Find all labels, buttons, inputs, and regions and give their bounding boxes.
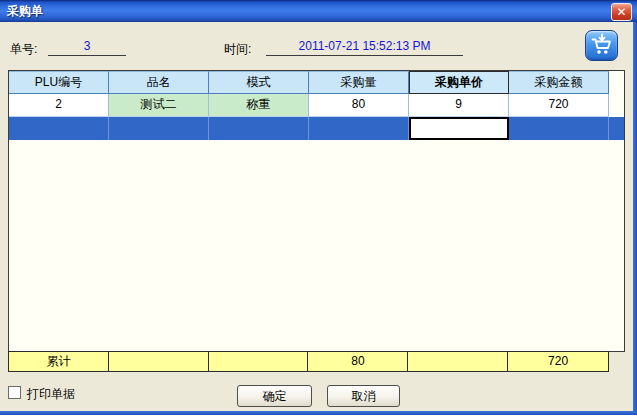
total-label: 累计 [9, 352, 109, 371]
selected-cell-plu [9, 117, 109, 140]
cell-mode[interactable]: 称重 [209, 94, 309, 117]
window-border-right [633, 22, 637, 415]
close-button[interactable]: ✕ [611, 3, 632, 21]
grid-header-row: PLU编号 品名 模式 采购量 采购单价 采购金额 [9, 71, 624, 94]
total-qty: 80 [308, 352, 408, 371]
time-field: 2011-07-21 15:52:13 PM [266, 39, 463, 56]
time-label: 时间: [224, 41, 251, 58]
table-row: 2 测试二 称重 80 9 720 [9, 94, 624, 117]
order-no-label: 单号: [10, 41, 37, 58]
close-icon: ✕ [616, 6, 626, 18]
selected-cell-name [109, 117, 209, 140]
print-receipt-checkbox[interactable] [8, 386, 21, 399]
cell-unit-price[interactable]: 9 [409, 94, 509, 117]
purchase-grid: PLU编号 品名 模式 采购量 采购单价 采购金额 2 测试二 称重 80 9 … [8, 70, 625, 352]
column-header-mode[interactable]: 模式 [209, 71, 309, 94]
column-header-plu[interactable]: PLU编号 [9, 71, 109, 94]
title-bar[interactable]: 采购单 [0, 0, 637, 22]
column-header-name[interactable]: 品名 [109, 71, 209, 94]
total-empty-price [408, 352, 508, 371]
total-row: 累计 80 720 [8, 351, 609, 372]
column-header-qty[interactable]: 采购量 [309, 71, 409, 94]
shopping-cart-icon [589, 32, 615, 59]
selected-empty-row[interactable] [9, 117, 624, 140]
total-empty-name [109, 352, 209, 371]
cell-name[interactable]: 测试二 [109, 94, 209, 117]
window-title: 采购单 [7, 3, 43, 20]
cell-amount[interactable]: 720 [509, 94, 609, 117]
column-header-amount[interactable]: 采购金额 [509, 71, 609, 94]
unit-price-edit-cell[interactable] [409, 117, 509, 140]
selected-cell-amount [509, 117, 609, 140]
total-amount: 720 [508, 352, 608, 371]
column-header-unit-price-selected[interactable]: 采购单价 [409, 71, 509, 94]
cell-plu[interactable]: 2 [9, 94, 109, 117]
cart-button[interactable] [585, 30, 618, 61]
total-empty-mode [209, 352, 309, 371]
cancel-button[interactable]: 取消 [327, 385, 400, 407]
ok-button[interactable]: 确定 [237, 385, 312, 407]
purchase-order-dialog: 采购单 ✕ 单号: 3 时间: 2011-07-21 15:52:13 PM P… [0, 0, 637, 417]
selected-cell-mode [209, 117, 309, 140]
selected-cell-qty [309, 117, 409, 140]
cell-qty[interactable]: 80 [309, 94, 409, 117]
print-receipt-label: 打印单据 [27, 386, 75, 403]
order-no-field: 3 [48, 39, 126, 56]
